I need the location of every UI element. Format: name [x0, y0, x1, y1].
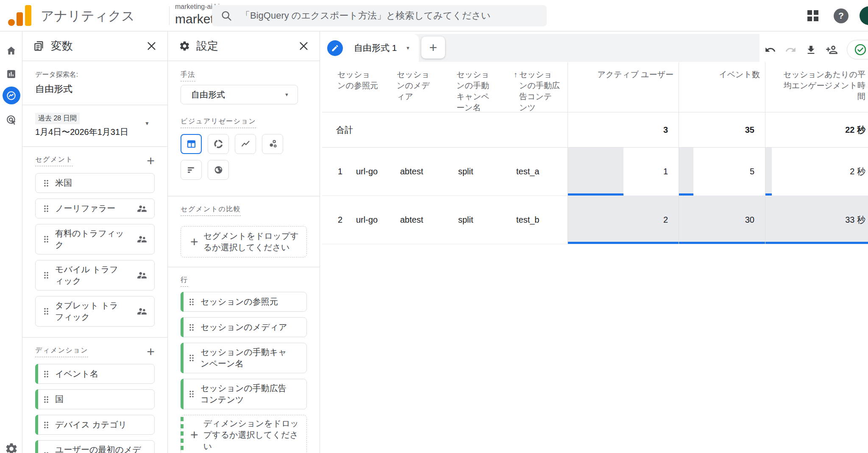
total-active-users: 3 [663, 125, 668, 135]
row-dimension-chip[interactable]: セッションの手動広告コンテンツ [181, 379, 307, 409]
cell-session-campaign: split [456, 215, 515, 225]
analytics-logo-icon[interactable] [8, 5, 31, 26]
viz-donut-button[interactable] [208, 134, 229, 154]
download-icon[interactable] [805, 44, 817, 56]
help-icon[interactable]: ? [834, 8, 849, 23]
column-header[interactable]: セッションあたりの平均エンゲージメント時間 [765, 62, 868, 112]
tab-settings-panel: 設定 手法 自由形式 ▼ ビジュアリゼーション [168, 31, 320, 453]
date-range-value: 1月4日〜2026年1月31日 [35, 126, 155, 138]
segment-comparison-label: セグメントの比較 [181, 205, 241, 216]
column-header[interactable]: イベント数 [679, 62, 765, 112]
shared-segment-icon [136, 234, 147, 245]
column-header[interactable]: セッションのメディア [394, 62, 454, 112]
column-header[interactable]: セッションの手動キャンペーン名 [454, 62, 513, 112]
nav-home-icon[interactable] [0, 45, 22, 56]
row-dimension-chip[interactable]: セッションの手動キャンペーン名 [181, 343, 307, 373]
viz-scatter-button[interactable] [262, 134, 283, 154]
table-chart-icon [186, 139, 197, 149]
viz-geo-button[interactable] [208, 160, 229, 180]
close-settings-icon[interactable] [298, 40, 309, 52]
cell-engagement-time: 33 秒 [845, 214, 865, 226]
drag-handle-icon[interactable] [43, 235, 49, 243]
exploration-name-value[interactable]: 自由形式 [35, 83, 155, 95]
date-range-selector[interactable]: 過去 28 日間 1月4日〜2026年1月31日 ▼ [22, 105, 167, 147]
chevron-down-icon: ▼ [406, 45, 410, 50]
segment-chip[interactable]: モバイル トラフィック [35, 260, 155, 291]
dimension-chip[interactable]: 国 [35, 389, 155, 409]
segment-chip[interactable]: 米国 [35, 173, 155, 193]
segment-chip[interactable]: タブレット トラフィック [35, 296, 155, 327]
nav-admin-gear-icon[interactable] [0, 442, 22, 453]
add-dimension-button[interactable]: + [147, 346, 155, 357]
dimension-chip[interactable]: イベント名 [35, 364, 155, 384]
global-search[interactable] [212, 5, 547, 26]
drag-handle-icon[interactable] [189, 323, 195, 332]
scatter-chart-icon [267, 139, 278, 149]
tab-freeform-1[interactable]: 自由形式 1 ▼ [320, 34, 419, 62]
viz-line-button[interactable] [235, 134, 256, 154]
plus-icon: + [190, 429, 198, 441]
segment-chip[interactable]: 有料のトラフィック [35, 224, 155, 254]
drag-handle-icon[interactable] [43, 271, 49, 280]
row-dimension-chip[interactable]: セッションの参照元 [181, 292, 307, 312]
variables-panel: 変数 データ探索名: 自由形式 過去 28 日間 1月4日〜2026年1月31日… [22, 31, 168, 453]
product-name: アナリティクス [41, 7, 135, 25]
share-person-add-icon[interactable] [826, 44, 838, 56]
dimension-chip[interactable]: ユーザーの最初のメディア [35, 440, 155, 453]
variables-title: 変数 [51, 39, 73, 53]
drag-handle-icon[interactable] [189, 390, 195, 398]
drag-handle-icon[interactable] [43, 307, 49, 316]
table-row[interactable]: 2 url-go abtest split test_b 2 30 33 秒 [322, 196, 868, 244]
exploration-canvas: 自由形式 1 ▼ + ▼ セッションの参照元 セッションのメディア セッションの… [320, 31, 868, 453]
drag-handle-icon[interactable] [43, 370, 49, 378]
redo-icon[interactable] [785, 44, 796, 56]
cell-engagement-time: 2 秒 [850, 166, 865, 177]
nav-explore-icon[interactable] [0, 87, 22, 104]
drag-handle-icon[interactable] [189, 298, 195, 306]
segment-chip[interactable]: ノーリファラー [35, 199, 155, 218]
settings-gear-icon [179, 40, 190, 52]
viz-table-button[interactable] [181, 134, 202, 154]
chevron-down-icon: ▼ [145, 120, 150, 126]
row-number: 1 [322, 167, 354, 176]
table-row[interactable]: 1 url-go abtest split test_a 1 5 2 秒 [322, 148, 868, 196]
cell-event-count: 5 [750, 167, 754, 176]
nav-reports-icon[interactable] [0, 69, 22, 79]
shared-segment-icon [136, 203, 147, 214]
dimension-chip[interactable]: デバイス カテゴリ [35, 415, 155, 435]
column-header-sorted[interactable]: ↑セッションの手動広告コンテンツ [513, 62, 568, 112]
row-number: 2 [322, 215, 354, 225]
viz-bar-button[interactable] [181, 160, 202, 180]
donut-chart-icon [213, 139, 224, 149]
cell-bar [679, 148, 693, 196]
column-header[interactable]: アクティブ ユーザー [568, 62, 679, 112]
search-input[interactable] [241, 10, 538, 21]
row-dimension-chip[interactable]: セッションのメディア [181, 317, 307, 337]
drag-handle-icon[interactable] [43, 179, 49, 187]
avatar[interactable] [860, 6, 868, 25]
dimension-drop-zone[interactable]: + ディメンションをドロップするか選択してください [181, 415, 307, 453]
saved-status-button[interactable]: ▼ [847, 40, 868, 59]
column-header[interactable]: セッションの参照元 [322, 62, 394, 112]
bar-chart-icon [186, 165, 197, 175]
drag-handle-icon[interactable] [43, 421, 49, 429]
cell-session-campaign: split [456, 167, 515, 176]
add-segment-button[interactable]: + [147, 155, 155, 166]
technique-select[interactable]: 自由形式 ▼ [181, 85, 298, 104]
nav-advertising-icon[interactable] [0, 114, 22, 126]
google-apps-icon[interactable] [807, 10, 818, 21]
total-engagement-time: 22 秒 [845, 124, 865, 136]
freeform-table: セッションの参照元 セッションのメディア セッションの手動キャンペーン名 ↑セッ… [322, 62, 868, 244]
header-divider [169, 6, 170, 25]
drag-handle-icon[interactable] [43, 204, 49, 213]
close-variables-icon[interactable] [146, 40, 157, 52]
drag-handle-icon[interactable] [189, 354, 195, 362]
cell-active-users: 1 [663, 167, 668, 176]
undo-icon[interactable] [765, 44, 776, 56]
cell-session-ad-content: test_a [515, 167, 568, 176]
add-tab-button[interactable]: + [421, 36, 445, 59]
table-header-row: セッションの参照元 セッションのメディア セッションの手動キャンペーン名 ↑セッ… [322, 62, 868, 112]
drag-handle-icon[interactable] [43, 451, 49, 453]
segment-drop-zone[interactable]: + セグメントをドロップするか選択してください [181, 226, 307, 257]
drag-handle-icon[interactable] [43, 395, 49, 404]
